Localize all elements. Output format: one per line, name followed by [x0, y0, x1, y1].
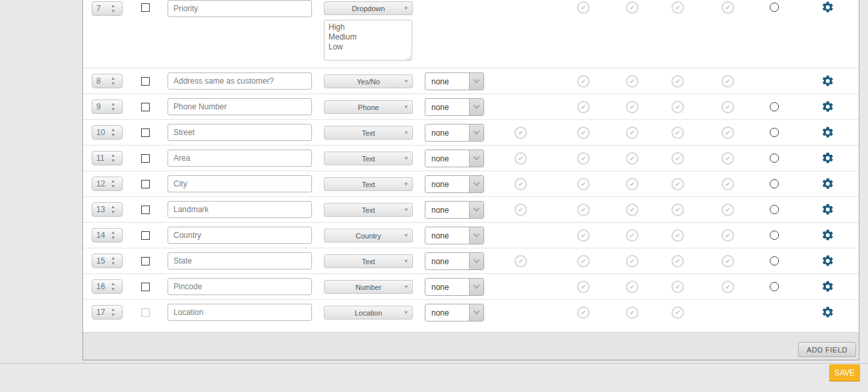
order-value-input[interactable]: [92, 231, 109, 240]
spinner-up-icon[interactable]: ▲: [111, 230, 115, 235]
status-check-circle-icon[interactable]: ✔: [722, 101, 734, 113]
field-label-input[interactable]: [168, 124, 312, 141]
status-check-circle-icon[interactable]: ✔: [626, 126, 638, 139]
spinner-up-icon[interactable]: ▲: [111, 3, 115, 9]
field-type-dropdown[interactable]: Country▾: [324, 229, 413, 242]
status-check-circle-icon[interactable]: ✔: [722, 281, 734, 293]
spinner-up-icon[interactable]: ▲: [111, 204, 115, 210]
spinner-down-icon[interactable]: ▼: [111, 158, 115, 163]
status-check-circle-icon[interactable]: ✔: [722, 152, 734, 165]
spinner-up-icon[interactable]: ▲: [111, 256, 115, 261]
order-value-input[interactable]: [92, 256, 109, 266]
settings-gear-icon[interactable]: [821, 177, 834, 190]
status-check-circle-icon[interactable]: ✔: [722, 229, 734, 242]
field-radio[interactable]: [770, 128, 779, 137]
status-check-circle-icon[interactable]: ✔: [626, 152, 638, 165]
status-check-circle-icon[interactable]: ✔: [671, 306, 684, 319]
status-check-circle-icon[interactable]: ✔: [671, 1, 684, 14]
order-spinner[interactable]: ▲▼: [92, 1, 123, 16]
spinner-up-icon[interactable]: ▲: [111, 307, 115, 312]
order-value-input[interactable]: [92, 205, 109, 214]
spinner-up-icon[interactable]: ▲: [111, 179, 115, 184]
settings-gear-icon[interactable]: [821, 306, 834, 319]
status-check-circle-icon[interactable]: ✔: [626, 101, 638, 113]
order-spinner[interactable]: ▲▼: [92, 125, 123, 140]
field-radio[interactable]: [770, 231, 779, 240]
status-check-circle-icon[interactable]: ✔: [577, 178, 590, 190]
status-check-circle-icon[interactable]: ✔: [626, 75, 638, 88]
field-type-dropdown[interactable]: Phone▾: [324, 100, 413, 114]
settings-gear-icon[interactable]: [821, 280, 834, 293]
spinner-up-icon[interactable]: ▲: [111, 153, 115, 158]
status-check-circle-icon[interactable]: ✔: [514, 152, 527, 165]
status-check-circle-icon[interactable]: ✔: [722, 178, 734, 190]
status-check-circle-icon[interactable]: ✔: [722, 126, 734, 139]
order-spinner[interactable]: ▲▼: [92, 202, 123, 217]
spinner-up-icon[interactable]: ▲: [111, 101, 115, 107]
field-label-input[interactable]: [168, 98, 312, 115]
spinner-up-icon[interactable]: ▲: [111, 76, 115, 81]
mapping-select[interactable]: none: [425, 150, 484, 167]
order-spinner[interactable]: ▲▼: [92, 254, 123, 268]
order-spinner[interactable]: ▲▼: [92, 74, 123, 88]
field-checkbox[interactable]: [141, 283, 150, 291]
order-value-input[interactable]: [92, 179, 109, 188]
field-checkbox[interactable]: [141, 77, 150, 86]
status-check-circle-icon[interactable]: ✔: [514, 204, 527, 216]
status-check-circle-icon[interactable]: ✔: [577, 126, 590, 139]
status-check-circle-icon[interactable]: ✔: [722, 1, 734, 14]
field-radio[interactable]: [770, 102, 779, 111]
spinner-down-icon[interactable]: ▼: [111, 81, 115, 86]
status-check-circle-icon[interactable]: ✔: [671, 75, 684, 88]
field-label-input[interactable]: [168, 72, 312, 90]
field-type-dropdown[interactable]: Dropdown▾: [324, 1, 413, 15]
field-label-input[interactable]: [168, 252, 312, 269]
mapping-select[interactable]: none: [425, 227, 484, 244]
order-spinner[interactable]: ▲▼: [92, 99, 123, 114]
field-label-input[interactable]: [168, 278, 312, 295]
status-check-circle-icon[interactable]: ✔: [514, 126, 527, 139]
field-type-dropdown[interactable]: Text▾: [324, 126, 413, 140]
field-checkbox[interactable]: [141, 128, 150, 137]
settings-gear-icon[interactable]: [821, 74, 834, 88]
field-label-input[interactable]: [168, 150, 312, 167]
spinner-down-icon[interactable]: ▼: [111, 184, 115, 189]
field-checkbox[interactable]: [141, 154, 150, 163]
mapping-select[interactable]: none: [425, 124, 484, 142]
spinner-down-icon[interactable]: ▼: [111, 287, 115, 292]
order-value-input[interactable]: [92, 102, 109, 111]
status-check-circle-icon[interactable]: ✔: [671, 204, 684, 216]
order-spinner[interactable]: ▲▼: [92, 228, 123, 242]
field-label-input[interactable]: [168, 175, 312, 192]
mapping-select[interactable]: none: [425, 304, 484, 322]
add-field-button[interactable]: ADD FIELD: [798, 342, 856, 357]
status-check-circle-icon[interactable]: ✔: [671, 152, 684, 165]
field-type-dropdown[interactable]: Text▾: [324, 177, 413, 191]
mapping-select[interactable]: none: [425, 252, 484, 270]
field-type-dropdown[interactable]: Text▾: [324, 152, 413, 165]
status-check-circle-icon[interactable]: ✔: [671, 126, 684, 139]
status-check-circle-icon[interactable]: ✔: [671, 281, 684, 293]
field-type-dropdown[interactable]: Location▾: [324, 306, 413, 320]
field-radio[interactable]: [770, 179, 779, 188]
order-value-input[interactable]: [92, 282, 109, 291]
field-label-input[interactable]: [168, 0, 312, 17]
settings-gear-icon[interactable]: [821, 1, 834, 14]
spinner-down-icon[interactable]: ▼: [111, 210, 115, 215]
status-check-circle-icon[interactable]: ✔: [577, 152, 590, 165]
order-value-input[interactable]: [92, 76, 109, 86]
settings-gear-icon[interactable]: [821, 152, 834, 165]
field-label-input[interactable]: [168, 227, 312, 244]
mapping-select[interactable]: none: [425, 201, 484, 219]
field-checkbox[interactable]: [141, 180, 150, 188]
status-check-circle-icon[interactable]: ✔: [514, 178, 527, 190]
field-radio[interactable]: [770, 3, 779, 12]
mapping-select[interactable]: none: [425, 278, 484, 296]
status-check-circle-icon[interactable]: ✔: [722, 75, 734, 88]
status-check-circle-icon[interactable]: ✔: [671, 255, 684, 267]
spinner-down-icon[interactable]: ▼: [111, 9, 115, 14]
field-radio[interactable]: [770, 256, 779, 266]
field-checkbox[interactable]: [141, 308, 150, 317]
order-value-input[interactable]: [92, 154, 109, 163]
save-button[interactable]: SAVE: [829, 364, 860, 381]
